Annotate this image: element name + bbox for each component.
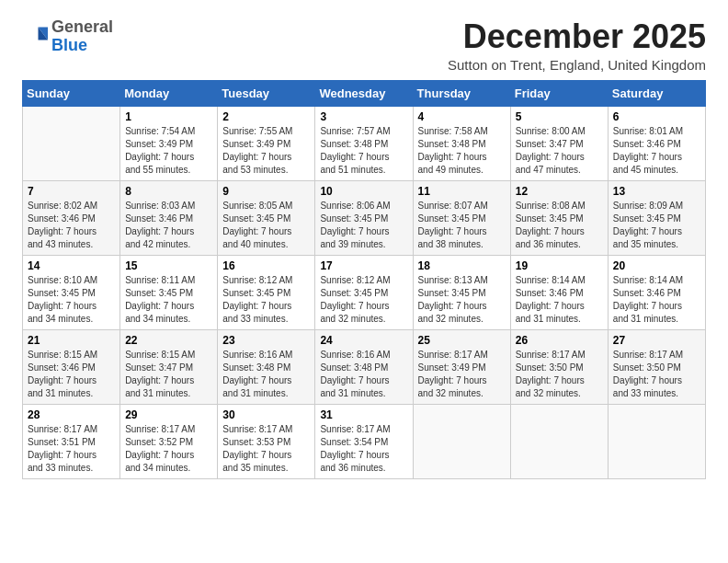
day-number: 29 [125,408,212,421]
day-info: Sunrise: 8:17 AMSunset: 3:50 PMDaylight:… [613,349,700,400]
calendar-table: SundayMondayTuesdayWednesdayThursdayFrid… [22,80,706,479]
day-info: Sunrise: 8:02 AMSunset: 3:46 PMDaylight:… [28,200,115,251]
day-number: 27 [613,334,700,347]
day-number: 30 [222,408,310,421]
calendar-week-row: 14Sunrise: 8:10 AMSunset: 3:45 PMDayligh… [23,255,706,329]
day-info: Sunrise: 8:01 AMSunset: 3:46 PMDaylight:… [613,125,700,177]
calendar-cell: 31Sunrise: 8:17 AMSunset: 3:54 PMDayligh… [315,404,413,478]
calendar-cell: 15Sunrise: 8:11 AMSunset: 3:45 PMDayligh… [120,255,218,329]
calendar-cell: 4Sunrise: 7:58 AMSunset: 3:48 PMDaylight… [413,106,510,180]
calendar-cell: 21Sunrise: 8:15 AMSunset: 3:46 PMDayligh… [23,329,120,404]
calendar-cell [413,404,510,478]
day-info: Sunrise: 8:16 AMSunset: 3:48 PMDaylight:… [222,349,310,400]
calendar-header-monday: Monday [120,80,218,106]
calendar-week-row: 28Sunrise: 8:17 AMSunset: 3:51 PMDayligh… [23,404,706,478]
logo-general-text: General [51,17,113,36]
day-info: Sunrise: 8:17 AMSunset: 3:50 PMDaylight:… [516,349,603,400]
calendar-cell: 25Sunrise: 8:17 AMSunset: 3:49 PMDayligh… [413,329,510,404]
calendar-week-row: 7Sunrise: 8:02 AMSunset: 3:46 PMDaylight… [23,180,706,255]
calendar-cell [608,404,705,478]
day-number: 9 [222,185,310,198]
calendar-body: 1Sunrise: 7:54 AMSunset: 3:49 PMDaylight… [23,106,706,478]
calendar-cell: 17Sunrise: 8:12 AMSunset: 3:45 PMDayligh… [315,255,413,329]
day-number: 28 [28,408,115,421]
day-info: Sunrise: 8:14 AMSunset: 3:46 PMDaylight:… [516,274,603,326]
calendar-cell: 11Sunrise: 8:07 AMSunset: 3:45 PMDayligh… [413,180,510,255]
day-info: Sunrise: 8:05 AMSunset: 3:45 PMDaylight:… [222,200,310,251]
day-number: 10 [320,185,407,198]
day-info: Sunrise: 8:03 AMSunset: 3:46 PMDaylight:… [125,200,212,251]
calendar-cell: 5Sunrise: 8:00 AMSunset: 3:47 PMDaylight… [510,106,608,180]
calendar-header-row: SundayMondayTuesdayWednesdayThursdayFrid… [23,80,706,106]
calendar-cell: 30Sunrise: 8:17 AMSunset: 3:53 PMDayligh… [218,404,315,478]
calendar-cell: 1Sunrise: 7:54 AMSunset: 3:49 PMDaylight… [120,106,218,180]
day-number: 12 [516,185,603,198]
logo: General Blue [22,18,113,55]
calendar-cell: 8Sunrise: 8:03 AMSunset: 3:46 PMDaylight… [120,180,218,255]
logo-blue-text: Blue [51,36,87,54]
day-info: Sunrise: 8:00 AMSunset: 3:47 PMDaylight:… [516,125,603,177]
calendar-cell: 9Sunrise: 8:05 AMSunset: 3:45 PMDaylight… [218,180,315,255]
day-info: Sunrise: 8:15 AMSunset: 3:47 PMDaylight:… [125,349,212,400]
day-info: Sunrise: 8:07 AMSunset: 3:45 PMDaylight:… [418,200,506,251]
calendar-cell: 10Sunrise: 8:06 AMSunset: 3:45 PMDayligh… [315,180,413,255]
day-info: Sunrise: 8:11 AMSunset: 3:45 PMDaylight:… [125,274,212,326]
day-number: 3 [320,110,407,123]
day-info: Sunrise: 8:08 AMSunset: 3:45 PMDaylight:… [516,200,603,251]
day-info: Sunrise: 8:16 AMSunset: 3:48 PMDaylight:… [320,349,407,400]
day-number: 17 [320,259,407,272]
logo-icon [22,24,48,50]
day-info: Sunrise: 8:12 AMSunset: 3:45 PMDaylight:… [222,274,310,326]
day-info: Sunrise: 8:17 AMSunset: 3:54 PMDaylight:… [320,423,407,475]
calendar-cell [510,404,608,478]
calendar-cell [23,106,120,180]
day-number: 5 [516,110,603,123]
day-number: 4 [418,110,506,123]
day-number: 24 [320,334,407,347]
calendar-cell: 13Sunrise: 8:09 AMSunset: 3:45 PMDayligh… [608,180,705,255]
day-info: Sunrise: 7:55 AMSunset: 3:49 PMDaylight:… [222,125,310,177]
calendar-header-wednesday: Wednesday [315,80,413,106]
day-number: 25 [418,334,506,347]
day-info: Sunrise: 8:12 AMSunset: 3:45 PMDaylight:… [320,274,407,326]
day-info: Sunrise: 8:17 AMSunset: 3:49 PMDaylight:… [418,349,506,400]
day-info: Sunrise: 8:17 AMSunset: 3:51 PMDaylight:… [28,423,115,475]
calendar-cell: 18Sunrise: 8:13 AMSunset: 3:45 PMDayligh… [413,255,510,329]
day-number: 20 [613,259,700,272]
day-info: Sunrise: 7:57 AMSunset: 3:48 PMDaylight:… [320,125,407,177]
day-info: Sunrise: 7:54 AMSunset: 3:49 PMDaylight:… [125,125,212,177]
calendar-cell: 14Sunrise: 8:10 AMSunset: 3:45 PMDayligh… [23,255,120,329]
day-number: 2 [222,110,310,123]
calendar-cell: 16Sunrise: 8:12 AMSunset: 3:45 PMDayligh… [218,255,315,329]
day-number: 31 [320,408,407,421]
calendar-cell: 19Sunrise: 8:14 AMSunset: 3:46 PMDayligh… [510,255,608,329]
day-number: 13 [613,185,700,198]
day-info: Sunrise: 7:58 AMSunset: 3:48 PMDaylight:… [418,125,506,177]
day-info: Sunrise: 8:06 AMSunset: 3:45 PMDaylight:… [320,200,407,251]
day-number: 23 [222,334,310,347]
day-info: Sunrise: 8:15 AMSunset: 3:46 PMDaylight:… [28,349,115,400]
day-info: Sunrise: 8:14 AMSunset: 3:46 PMDaylight:… [613,274,700,326]
day-number: 7 [28,185,115,198]
day-number: 11 [418,185,506,198]
day-info: Sunrise: 8:13 AMSunset: 3:45 PMDaylight:… [418,274,506,326]
day-number: 19 [516,259,603,272]
calendar-cell: 23Sunrise: 8:16 AMSunset: 3:48 PMDayligh… [218,329,315,404]
calendar-cell: 20Sunrise: 8:14 AMSunset: 3:46 PMDayligh… [608,255,705,329]
day-number: 21 [28,334,115,347]
day-number: 26 [516,334,603,347]
calendar-week-row: 1Sunrise: 7:54 AMSunset: 3:49 PMDaylight… [23,106,706,180]
calendar-cell: 2Sunrise: 7:55 AMSunset: 3:49 PMDaylight… [218,106,315,180]
day-number: 18 [418,259,506,272]
calendar-cell: 22Sunrise: 8:15 AMSunset: 3:47 PMDayligh… [120,329,218,404]
day-number: 15 [125,259,212,272]
calendar-header-tuesday: Tuesday [218,80,315,106]
calendar-cell: 12Sunrise: 8:08 AMSunset: 3:45 PMDayligh… [510,180,608,255]
calendar-header-friday: Friday [510,80,608,106]
day-number: 6 [613,110,700,123]
day-number: 1 [125,110,212,123]
calendar-cell: 3Sunrise: 7:57 AMSunset: 3:48 PMDaylight… [315,106,413,180]
location-subtitle: Sutton on Trent, England, United Kingdom [448,57,706,73]
calendar-cell: 29Sunrise: 8:17 AMSunset: 3:52 PMDayligh… [120,404,218,478]
day-number: 22 [125,334,212,347]
